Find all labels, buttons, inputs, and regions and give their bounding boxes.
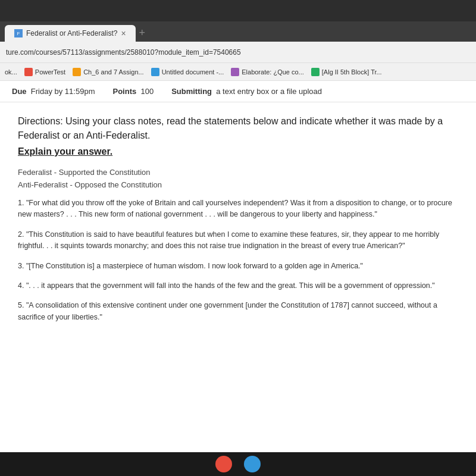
question-3: 3. "[The Constitution is] a masterpiece … [18, 261, 458, 272]
tab-bar: F Federalist or Anti-Federalist? × + [0, 21, 476, 42]
anti-federalist-definition: Anti-Federalist - Opposed the Constituti… [18, 180, 458, 189]
bookmark-powertest[interactable]: PowerTest [24, 68, 65, 76]
bookmark-untitled-icon [151, 68, 159, 76]
bookmark-ok-label: ok... [5, 68, 17, 76]
q2-text: "This Constitution is said to have beaut… [18, 230, 439, 250]
tab-close-button[interactable]: × [121, 29, 126, 38]
bookmark-powertest-label: PowerTest [35, 68, 65, 76]
submitting-value: a text entry box or a file upload [216, 87, 322, 96]
bookmark-untitled[interactable]: Untitled document -... [151, 68, 224, 76]
federalist-definition: Federalist - Supported the Constitution [18, 168, 458, 177]
q1-text: "For what did you throw off the yoke of … [18, 199, 452, 218]
question-5: 5. "A consolidation of this extensive co… [18, 300, 458, 323]
due-label: Due [12, 87, 27, 96]
bookmark-elaborate-label: Elaborate: ¿Que co... [242, 68, 304, 76]
bookmark-untitled-label: Untitled document -... [162, 68, 224, 76]
taskbar [0, 452, 476, 476]
submitting-label: Submitting [171, 87, 212, 96]
bookmark-alg-label: [Alg II 5th Block] Tr... [322, 68, 382, 76]
bookmark-powertest-icon [24, 68, 33, 76]
q4-number: 4. [18, 281, 24, 290]
tab-favicon: F [14, 29, 23, 37]
definitions-section: Federalist - Supported the Constitution … [18, 168, 458, 189]
bookmark-alg[interactable]: [Alg II 5th Block] Tr... [311, 68, 382, 76]
q3-number: 3. [18, 262, 24, 270]
bookmark-ch6[interactable]: Ch_6 and 7 Assign... [73, 68, 144, 76]
url-display[interactable]: ture.com/courses/57113/assignments/25880… [6, 48, 470, 57]
q5-text: "A consolidation of this extensive conti… [18, 301, 437, 321]
bookmark-elaborate-icon [231, 68, 239, 76]
bookmarks-bar: ok... PowerTest Ch_6 and 7 Assign... Unt… [0, 63, 476, 81]
bookmark-alg-icon [311, 68, 320, 76]
question-4: 4. ". . . it appears that the government… [18, 280, 458, 292]
taskbar-circle-1[interactable] [215, 456, 232, 472]
new-tab-button[interactable]: + [139, 27, 146, 42]
active-tab[interactable]: F Federalist or Anti-Federalist? × [5, 25, 136, 42]
address-bar: ture.com/courses/57113/assignments/25880… [0, 42, 476, 63]
browser-content: Due Friday by 11:59pm Points 100 Submitt… [0, 81, 476, 452]
bookmark-elaborate[interactable]: Elaborate: ¿Que co... [231, 68, 304, 76]
directions-text: Directions: Using your class notes, read… [18, 114, 458, 143]
submitting-section: Submitting a text entry box or a file up… [171, 87, 322, 96]
explain-answer-text: Explain your answer. [18, 146, 458, 157]
bookmark-ok[interactable]: ok... [5, 68, 17, 76]
question-1: 1. "For what did you throw off the yoke … [18, 198, 458, 221]
browser-chrome-top [0, 0, 476, 21]
question-2: 2. "This Constitution is said to have be… [18, 229, 458, 252]
q5-number: 5. [18, 301, 24, 309]
due-value: Friday by 11:59pm [31, 87, 95, 96]
tab-title: Federalist or Anti-Federalist? [26, 29, 117, 37]
due-section: Due Friday by 11:59pm [12, 87, 95, 96]
q4-text: ". . . it appears that the government wi… [26, 281, 435, 290]
q1-number: 1. [18, 199, 24, 207]
q3-text: "[The Constitution is] a masterpiece of … [26, 262, 363, 270]
bookmark-ch6-icon [73, 68, 81, 76]
assignment-header: Due Friday by 11:59pm Points 100 Submitt… [0, 81, 476, 102]
bookmark-ch6-label: Ch_6 and 7 Assign... [83, 68, 144, 76]
q2-number: 2. [18, 230, 24, 239]
points-label: Points [112, 87, 136, 96]
points-value: 100 [140, 87, 154, 96]
content-area: Directions: Using your class notes, read… [0, 102, 476, 452]
questions-list: 1. "For what did you throw off the yoke … [18, 198, 458, 323]
taskbar-circle-2[interactable] [244, 456, 261, 472]
points-section: Points 100 [112, 87, 154, 96]
